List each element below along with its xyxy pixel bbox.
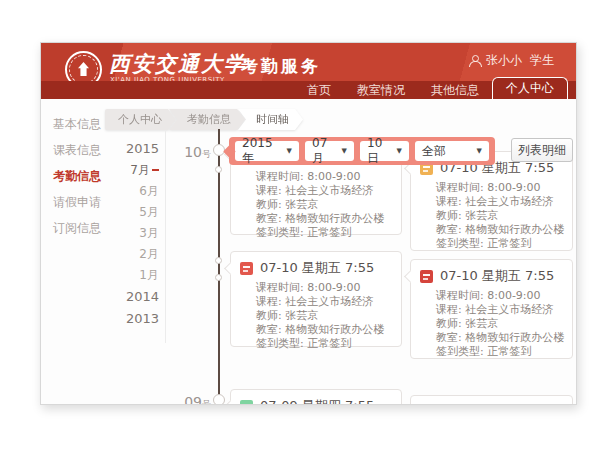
chevron-down-icon: ▼	[397, 147, 402, 155]
app-header: 西安交通大学 XI'AN JIAO TONG UNIVERSITY 考勤服务 张…	[41, 43, 576, 99]
field-course: 课程: 社会主义市场经济	[256, 295, 393, 309]
timeline-month-jan[interactable]: 1月	[125, 265, 159, 286]
nav-item-other-info[interactable]: 其他信息	[418, 81, 492, 99]
card-header: 07-10 星期五 7:55	[231, 252, 401, 281]
field-classroom: 教室: 格物致知行政办公楼	[436, 331, 564, 345]
card-header: 07-09 星期四 7:55	[231, 390, 401, 405]
attendance-status-icon	[420, 270, 433, 283]
attendance-status-icon	[240, 400, 253, 406]
person-icon	[469, 55, 480, 67]
user-role: 学生	[530, 52, 554, 69]
day-dropdown[interactable]: 10日▼	[360, 141, 409, 161]
list-detail-button[interactable]: 列表明细	[511, 138, 573, 162]
screen: 西安交通大学 XI'AN JIAO TONG UNIVERSITY 考勤服务 张…	[0, 0, 600, 450]
field-course: 课程: 社会主义市场经济	[436, 303, 564, 317]
field-course-time: 课程时间: 8:00-9:00	[436, 181, 564, 195]
card-title: 07-10 星期五 7:55	[440, 267, 554, 285]
day-label-09: 09号	[169, 392, 211, 405]
field-signin-type: 签到类型: 正常签到	[256, 337, 393, 351]
timeline-node	[215, 257, 222, 264]
sidebar-item-attendance-info[interactable]: 考勤信息	[41, 163, 115, 189]
field-teacher: 教师: 张芸京	[436, 209, 564, 223]
field-teacher: 教师: 张芸京	[256, 309, 393, 323]
field-course: 课程: 社会主义市场经济	[436, 195, 564, 209]
field-course-time: 课程时间: 8:00-9:00	[256, 281, 393, 295]
timeline-month-mar[interactable]: 3月	[125, 223, 159, 244]
user-name: 张小小	[486, 52, 522, 69]
category-dropdown[interactable]: 全部▼	[415, 141, 489, 161]
filter-bar: 2015年▼ 07月▼ 10日▼ 全部▼	[229, 137, 495, 165]
timeline-month-may[interactable]: 5月	[125, 202, 159, 223]
field-course-time: 课程时间: 8:00-9:00	[256, 170, 393, 184]
card-header: 07-10 星期五 7:55	[411, 260, 572, 289]
timeline-year-2014[interactable]: 2014	[125, 286, 159, 308]
active-month-tick	[152, 169, 159, 171]
university-name-cn: 西安交通大学	[109, 50, 247, 78]
field-classroom: 教室: 格物致知行政办公楼	[436, 223, 564, 237]
breadcrumb-personal-center[interactable]: 个人中心	[105, 109, 176, 130]
timeline-month-jun[interactable]: 6月	[125, 181, 159, 202]
sidebar-item-schedule-info[interactable]: 课表信息	[41, 137, 115, 163]
attendance-card: 07-10 星期五 7:55 课程时间: 8:00-9:00 课程: 社会主义市…	[410, 259, 573, 359]
card-fields: 课程时间: 8:00-9:00 课程: 社会主义市场经济 教师: 张芸京 教室:…	[231, 281, 401, 357]
sidebar-item-basic-info[interactable]: 基本信息	[41, 111, 115, 137]
field-classroom: 教室: 格物致知行政办公楼	[256, 323, 393, 337]
chevron-down-icon: ▼	[477, 147, 482, 155]
field-teacher: 教师: 张芸京	[256, 198, 393, 212]
field-classroom: 教室: 格物致知行政办公楼	[256, 212, 393, 226]
sidebar-item-subscription-info[interactable]: 订阅信息	[41, 215, 115, 241]
timeline-month-feb[interactable]: 2月	[125, 244, 159, 265]
timeline-year-2013[interactable]: 2013	[125, 308, 159, 330]
field-teacher: 教师: 张芸京	[436, 317, 564, 331]
timeline-year-list: 2015 7月 6月 5月 3月 2月 1月 2014 2013	[125, 138, 163, 330]
sidebar: 基本信息 课表信息 考勤信息 请假申请 订阅信息	[41, 111, 115, 241]
timeline-year-2015[interactable]: 2015	[125, 138, 159, 160]
timeline-month-jul[interactable]: 7月	[125, 160, 159, 181]
month-dropdown[interactable]: 07月▼	[305, 141, 354, 161]
card-fields: 课程时间: 8:00-9:00 课程: 社会主义市场经济 教师: 张芸京 教室:…	[411, 181, 572, 257]
main-nav: 首页 教室情况 其他信息 个人中心	[41, 81, 576, 99]
breadcrumb-attendance-info[interactable]: 考勤信息	[169, 109, 245, 130]
field-course: 课程: 社会主义市场经济	[256, 184, 393, 198]
attendance-card: 07-10 星期五 7:55 课程时间: 8:00-9:00 课程: 社会主义市…	[230, 251, 402, 347]
app-title: 考勤服务	[241, 55, 321, 78]
field-signin-type: 签到类型: 正常签到	[436, 237, 564, 251]
breadcrumb: 个人中心 考勤信息 时间轴	[105, 109, 303, 130]
year-dropdown[interactable]: 2015年▼	[235, 141, 299, 161]
timeline-node	[215, 166, 222, 173]
attendance-status-icon	[240, 262, 253, 275]
breadcrumb-timeline[interactable]: 时间轴	[238, 109, 303, 130]
attendance-card: 07-10 星期五 7:55 课程时间: 8:00-9:00 课程: 社会主义市…	[410, 151, 573, 251]
field-signin-type: 签到类型: 正常签到	[256, 226, 393, 240]
field-signin-type: 签到类型: 正常签到	[436, 345, 564, 359]
nav-item-personal-center[interactable]: 个人中心	[492, 77, 568, 99]
card-title: 07-10 星期五 7:55	[260, 259, 374, 277]
sidebar-item-leave-request[interactable]: 请假申请	[41, 189, 115, 215]
app-window: 西安交通大学 XI'AN JIAO TONG UNIVERSITY 考勤服务 张…	[40, 42, 577, 405]
card-title: 07-09 星期四 7:55	[260, 397, 374, 405]
timeline-node-day09	[213, 394, 225, 405]
card-fields: 课程时间: 8:00-9:00 课程: 社会主义市场经济 教师: 张芸京 教室:…	[411, 289, 572, 365]
user-chip[interactable]: 张小小 学生	[469, 52, 554, 69]
chevron-down-icon: ▼	[287, 147, 292, 155]
day-label-10: 10号	[169, 142, 211, 161]
attendance-card-partial: 07-09 星期四 7:55	[230, 389, 402, 405]
timeline-node	[215, 274, 222, 281]
rail-separator	[165, 131, 166, 343]
field-course-time: 课程时间: 8:00-9:00	[436, 289, 564, 303]
chevron-down-icon: ▼	[342, 147, 347, 155]
nav-item-home[interactable]: 首页	[294, 81, 344, 99]
nav-item-classrooms[interactable]: 教室情况	[344, 81, 418, 99]
attendance-card-partial	[410, 395, 573, 405]
